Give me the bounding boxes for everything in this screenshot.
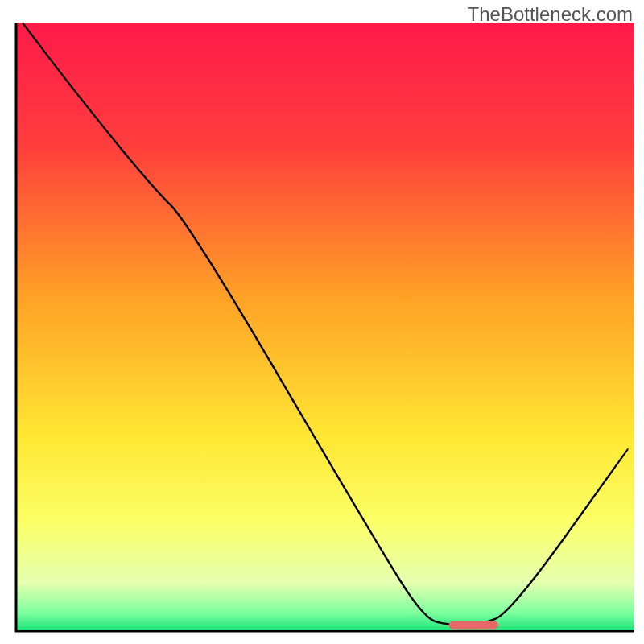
chart-container: TheBottleneck.com	[0, 0, 644, 644]
plot-background	[16, 23, 634, 631]
bottleneck-chart	[0, 0, 644, 644]
optimum-marker	[449, 621, 498, 629]
watermark-text: TheBottleneck.com	[468, 3, 633, 26]
